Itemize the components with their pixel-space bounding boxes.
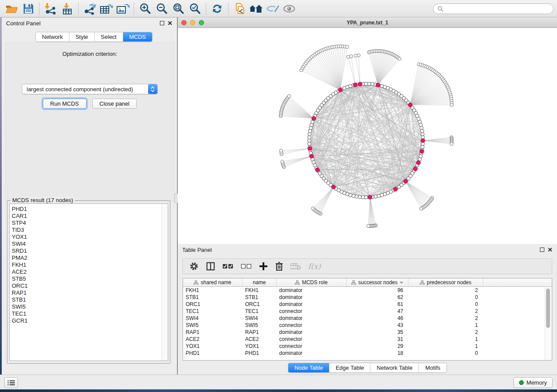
result-list-item[interactable]: TID3 <box>12 227 168 234</box>
result-list-item[interactable]: TEC1 <box>12 310 168 317</box>
result-list-item[interactable]: STB5 <box>12 275 168 282</box>
column-header-MCDS-role[interactable]: MCDS role <box>277 279 346 286</box>
result-list-item[interactable]: RAP1 <box>12 289 168 296</box>
graph-node[interactable] <box>377 194 381 198</box>
close-panel-button[interactable]: Close panel <box>92 99 137 109</box>
result-list-item[interactable]: PHD1 <box>12 206 168 213</box>
close-panel-icon[interactable]: ✕ <box>167 20 173 26</box>
show-all-icon[interactable] <box>281 1 298 16</box>
export-network-icon[interactable] <box>81 1 98 16</box>
graph-node[interactable] <box>308 129 312 133</box>
network-titlebar[interactable]: YPA_prune.txt_1 <box>178 18 557 28</box>
task-history-button[interactable] <box>4 377 18 388</box>
table-row[interactable]: TEC1TEC1connector472 <box>183 308 552 315</box>
column-header-shared-name[interactable]: shared name <box>183 279 242 286</box>
first-neighbors-icon[interactable] <box>248 1 264 16</box>
unselect-all-columns-icon[interactable] <box>241 262 252 270</box>
import-table-icon[interactable] <box>59 1 76 16</box>
tab-network[interactable]: Network <box>36 32 69 41</box>
import-network-icon[interactable] <box>42 1 59 16</box>
graph-node[interactable] <box>421 132 424 136</box>
search-field[interactable] <box>433 3 554 14</box>
export-table-icon[interactable] <box>98 1 114 16</box>
column-header-predecessor-nodes[interactable]: predecessor nodes <box>408 279 483 286</box>
memory-button[interactable]: Memory <box>513 377 553 388</box>
tab-motifs[interactable]: Motifs <box>419 363 446 372</box>
graph-node[interactable] <box>358 195 361 199</box>
graph-leaf-node[interactable] <box>311 207 314 210</box>
graph-mcds-node[interactable] <box>353 83 357 87</box>
graph-mcds-node[interactable] <box>368 195 372 199</box>
graph-node[interactable] <box>420 129 424 133</box>
graph-mcds-node[interactable] <box>308 146 312 150</box>
table-row[interactable]: PHD1PHD1dominator180 <box>183 350 552 357</box>
result-list-item[interactable]: SWI5 <box>12 303 168 310</box>
refresh-layout-icon[interactable] <box>209 1 225 16</box>
graph-leaf-node[interactable] <box>287 95 291 98</box>
table-row[interactable]: YOX1YOX1connector291 <box>183 343 552 350</box>
zoom-selected-icon[interactable] <box>187 1 203 16</box>
graph-mcds-node[interactable] <box>416 161 420 165</box>
column-header-successor-nodes[interactable]: successor nodes <box>346 279 408 286</box>
graph-node[interactable] <box>367 82 371 86</box>
graph-mcds-node[interactable] <box>376 83 380 87</box>
graph-leaf-node[interactable] <box>347 55 350 58</box>
table-row[interactable]: SWI4SWI4dominator462 <box>183 315 552 322</box>
table-scrollbar[interactable] <box>545 287 551 360</box>
graph-mcds-node[interactable] <box>315 168 319 172</box>
graph-mcds-node[interactable] <box>393 187 397 191</box>
graph-leaf-node[interactable] <box>354 54 357 57</box>
graph-node[interactable] <box>421 145 424 149</box>
graph-leaf-node[interactable] <box>420 207 423 210</box>
graph-mcds-node[interactable] <box>338 88 342 92</box>
graph-mcds-node[interactable] <box>408 103 412 107</box>
search-input[interactable] <box>446 6 549 12</box>
graph-mcds-node[interactable] <box>404 179 408 183</box>
hide-selected-icon[interactable] <box>264 1 281 16</box>
result-list-item[interactable]: STB1 <box>12 296 168 303</box>
result-list-item[interactable]: ORC1 <box>12 282 168 289</box>
save-session-icon[interactable] <box>20 1 37 16</box>
result-list-item[interactable]: GCR1 <box>12 317 168 324</box>
open-session-icon[interactable] <box>3 1 20 16</box>
graph-mcds-node[interactable] <box>420 149 424 153</box>
graph-node[interactable] <box>420 126 423 130</box>
split-columns-icon[interactable] <box>206 261 215 271</box>
table-settings-icon[interactable] <box>189 261 199 271</box>
graph-leaf-node[interactable] <box>357 54 360 57</box>
graph-node[interactable] <box>371 83 374 86</box>
table-row[interactable]: STB1STB1dominator620 <box>183 294 552 301</box>
add-column-icon[interactable] <box>259 262 268 271</box>
tab-select[interactable]: Select <box>95 32 123 41</box>
result-list-item[interactable]: CAR1 <box>12 213 168 220</box>
table-row[interactable]: ACE2ACE2connector311 <box>183 336 552 343</box>
result-list-item[interactable]: PMA2 <box>12 254 168 261</box>
graph-leaf-node[interactable] <box>450 142 453 145</box>
graph-mcds-node[interactable] <box>358 82 362 86</box>
table-row[interactable]: RAP1RAP1dominator352 <box>183 329 552 336</box>
table-row[interactable]: SWI5SWI5connector431 <box>183 322 552 329</box>
tab-mcds[interactable]: MCDS <box>123 32 152 41</box>
delete-column-icon[interactable] <box>275 261 284 271</box>
criterion-dropdown[interactable]: largest connected component (undirected) <box>22 84 158 94</box>
mcds-result-list[interactable]: PHD1CAR1STP4TID3YOX1SWI4SRD1PMA2FKH1ACE2… <box>9 203 168 361</box>
graph-mcds-node[interactable] <box>332 185 336 189</box>
close-panel-icon[interactable]: ✕ <box>547 247 553 253</box>
graph-leaf-node[interactable] <box>280 149 283 152</box>
result-list-item[interactable]: YOX1 <box>12 234 168 241</box>
graph-mcds-node[interactable] <box>421 138 425 142</box>
graph-mcds-node[interactable] <box>312 117 316 120</box>
float-panel-icon[interactable] <box>160 21 164 25</box>
copy-network-icon[interactable] <box>231 1 248 16</box>
result-scrollbar[interactable] <box>162 204 168 361</box>
table-row[interactable]: FKH1FKH1dominator962 <box>183 287 552 294</box>
float-panel-icon[interactable] <box>540 248 544 252</box>
result-list-item[interactable]: SRD1 <box>12 248 168 254</box>
graph-node[interactable] <box>374 195 377 198</box>
graph-leaf-node[interactable] <box>280 160 284 163</box>
run-mcds-button[interactable]: Run MCDS <box>43 99 86 109</box>
graph-node[interactable] <box>308 132 311 136</box>
select-all-columns-icon[interactable] <box>222 262 234 270</box>
tab-edge-table[interactable]: Edge Table <box>329 363 370 372</box>
export-image-icon[interactable] <box>114 1 131 16</box>
